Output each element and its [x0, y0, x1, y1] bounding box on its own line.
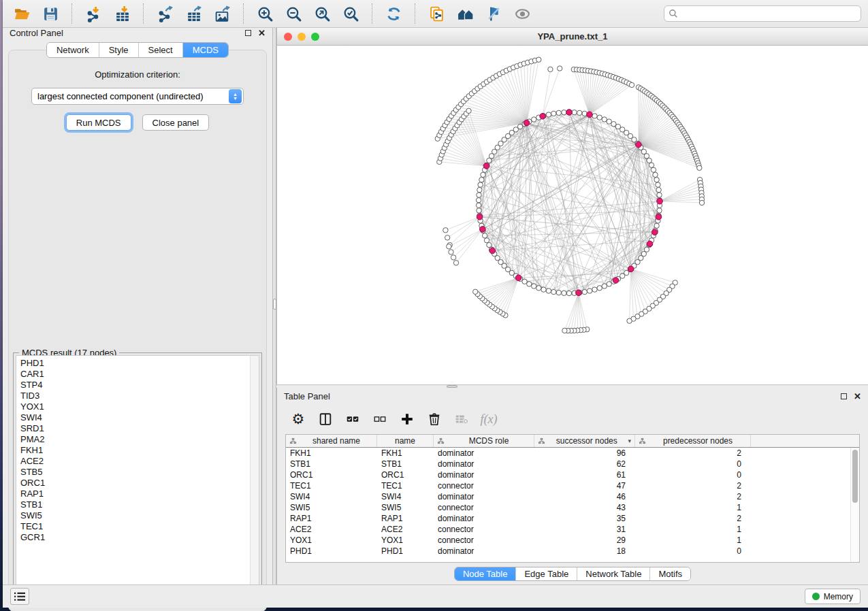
network-node[interactable] — [477, 187, 482, 192]
network-leaf-node[interactable] — [466, 108, 471, 113]
tab-network[interactable]: Network — [47, 43, 99, 57]
network-node[interactable] — [647, 158, 652, 163]
close-panel-button[interactable]: Close panel — [142, 114, 210, 131]
result-node-item[interactable]: TEC1 — [20, 521, 259, 532]
result-scrollbar[interactable] — [250, 356, 259, 602]
table-scrollbar[interactable] — [850, 448, 859, 562]
column-header-shared-name[interactable]: shared name — [286, 435, 377, 447]
network-node[interactable] — [478, 182, 483, 187]
network-node[interactable] — [566, 291, 571, 295]
selected-mcds-node[interactable] — [656, 214, 662, 220]
selected-mcds-node[interactable] — [566, 110, 573, 116]
selected-mcds-node[interactable] — [587, 112, 593, 118]
selected-mcds-node[interactable] — [489, 248, 496, 254]
network-leaf-node[interactable] — [627, 318, 632, 323]
selected-mcds-node[interactable] — [540, 114, 546, 120]
selected-mcds-node[interactable] — [483, 163, 489, 169]
tab-mcds[interactable]: MCDS — [182, 43, 228, 57]
node-table[interactable]: shared namenameMCDS rolesuccessor nodes▾… — [285, 434, 860, 563]
network-node[interactable] — [656, 187, 661, 192]
tab-select[interactable]: Select — [138, 43, 182, 57]
tab-node-table[interactable]: Node Table — [455, 567, 516, 580]
selected-mcds-node[interactable] — [647, 241, 653, 247]
network-canvas[interactable] — [277, 46, 868, 384]
table-row[interactable]: TEC1TEC1connector472 — [286, 480, 859, 491]
float-window-icon[interactable] — [841, 393, 847, 399]
tab-motifs[interactable]: Motifs — [649, 567, 690, 580]
network-node[interactable] — [556, 110, 561, 115]
refresh-view-button[interactable] — [381, 3, 406, 24]
network-node[interactable] — [476, 198, 481, 203]
result-node-item[interactable]: GCR1 — [20, 532, 259, 543]
network-node[interactable] — [654, 223, 659, 228]
network-node[interactable] — [654, 178, 659, 182]
network-node[interactable] — [527, 282, 532, 286]
network-node[interactable] — [482, 233, 487, 238]
selected-mcds-node[interactable] — [477, 214, 483, 220]
network-node[interactable] — [487, 158, 492, 163]
network-node[interactable] — [657, 193, 662, 197]
network-node[interactable] — [644, 154, 649, 159]
zoom-fit-button[interactable] — [310, 3, 334, 24]
selected-mcds-node[interactable] — [524, 120, 530, 126]
search-box[interactable] — [664, 5, 861, 22]
network-leaf-node[interactable] — [453, 261, 458, 265]
run-mcds-button[interactable]: Run MCDS — [66, 114, 131, 131]
network-node[interactable] — [551, 289, 556, 294]
network-leaf-node[interactable] — [445, 235, 450, 240]
network-leaf-node[interactable] — [548, 67, 553, 71]
deselect-all-button[interactable] — [370, 409, 390, 429]
result-node-item[interactable]: YOX1 — [20, 401, 259, 412]
result-node-item[interactable]: SWI5 — [20, 510, 259, 521]
network-node[interactable] — [572, 110, 577, 115]
show-details-button[interactable] — [510, 3, 534, 24]
result-node-item[interactable]: CAR1 — [20, 369, 259, 380]
selected-mcds-node[interactable] — [657, 198, 663, 204]
network-node[interactable] — [562, 110, 566, 115]
network-node[interactable] — [602, 117, 607, 122]
network-graph[interactable] — [277, 46, 867, 383]
save-session-button[interactable] — [38, 3, 63, 24]
export-network-button[interactable] — [152, 3, 177, 24]
delete-column-button[interactable] — [424, 409, 445, 429]
result-node-item[interactable]: STP4 — [20, 380, 259, 391]
result-node-item[interactable]: RAP1 — [20, 489, 259, 499]
network-node[interactable] — [587, 288, 592, 293]
scrollbar-thumb[interactable] — [852, 450, 858, 503]
network-node[interactable] — [477, 193, 481, 197]
criterion-select[interactable]: largest connected component (undirected)… — [31, 88, 244, 105]
column-header-MCDS-role[interactable]: MCDS role — [434, 435, 534, 447]
table-row[interactable]: ORC1ORC1dominator610 — [286, 469, 859, 480]
network-node[interactable] — [532, 117, 536, 122]
result-node-item[interactable]: FKH1 — [20, 445, 259, 456]
import-table-button[interactable] — [110, 3, 134, 24]
export-table-button[interactable] — [181, 3, 206, 24]
hide-details-button[interactable] — [481, 3, 506, 24]
tab-network-table[interactable]: Network Table — [577, 567, 649, 580]
result-node-item[interactable]: ORC1 — [20, 478, 259, 489]
result-node-item[interactable]: PMA2 — [20, 434, 259, 445]
network-node[interactable] — [651, 167, 656, 172]
network-leaf-node[interactable] — [536, 57, 541, 62]
table-row[interactable]: SWI4SWI4dominator462 — [286, 491, 859, 502]
zoom-out-button[interactable] — [281, 3, 306, 24]
network-node[interactable] — [556, 290, 561, 295]
network-node[interactable] — [551, 111, 556, 116]
table-row[interactable]: ACE2ACE2connector311 — [286, 524, 859, 535]
network-leaf-node[interactable] — [449, 250, 453, 254]
result-node-item[interactable]: SRD1 — [20, 423, 259, 434]
network-node[interactable] — [562, 291, 566, 295]
result-node-item[interactable]: TID3 — [20, 391, 259, 401]
select-all-button[interactable] — [342, 409, 363, 429]
table-row[interactable]: FKH1FKH1dominator962 — [286, 448, 859, 459]
table-row[interactable]: RAP1RAP1dominator352 — [286, 513, 859, 524]
column-header-successor-nodes[interactable]: successor nodes▾ — [534, 435, 635, 447]
network-node[interactable] — [657, 208, 662, 213]
result-node-item[interactable]: ACE2 — [20, 456, 259, 467]
network-node[interactable] — [592, 287, 597, 292]
home-layout-button[interactable] — [453, 3, 477, 24]
show-columns-button[interactable] — [315, 409, 336, 429]
create-column-button[interactable] — [397, 409, 417, 429]
close-panel-icon[interactable]: ✕ — [258, 30, 266, 36]
column-header-predecessor-nodes[interactable]: predecessor nodes — [635, 435, 751, 447]
